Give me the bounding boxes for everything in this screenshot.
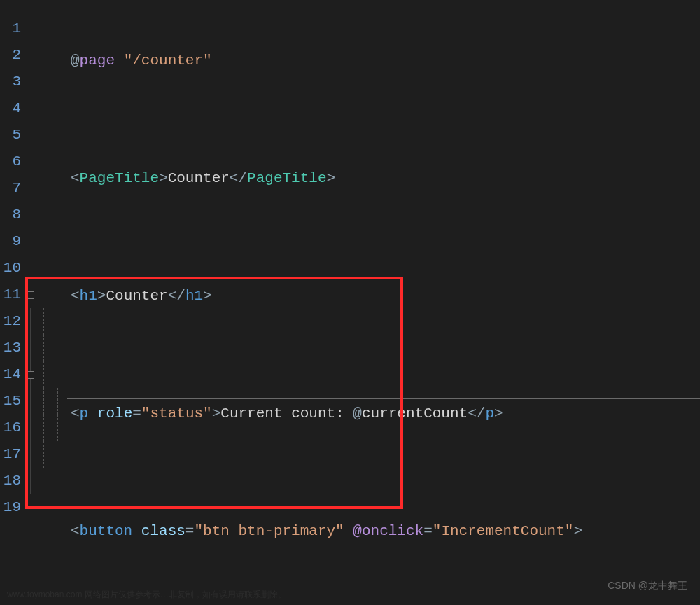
line-number: 16 [0,415,25,441]
footer-faint-text: www.toymoban.com 网络图片仅供参考示…非复制，如有误用请联系删除… [7,589,286,601]
line-number-gutter: 1 2 3 4 5 6 7 8 9 10 11 12 13 14 15 16 1… [0,0,25,605]
code-area[interactable]: @page "/counter" <PageTitle>Counter</Pag… [67,0,700,605]
line-number: 8 [0,202,25,228]
fold-toggle-icon[interactable] [27,291,34,299]
fold-toggle-icon[interactable] [27,371,34,379]
code-line[interactable]: <p role="status">Current count: @current… [67,401,700,427]
code-line[interactable] [67,342,700,368]
code-line[interactable] [67,106,700,133]
line-number: 19 [0,494,25,521]
line-number: 13 [0,335,25,361]
code-line[interactable] [67,224,700,251]
line-number: 17 [0,441,25,468]
line-number: 9 [0,228,25,255]
line-number: 15 [0,388,25,415]
code-editor[interactable]: 1 2 3 4 5 6 7 8 9 10 11 12 13 14 15 16 1… [0,0,700,605]
line-number: 18 [0,468,25,494]
code-line[interactable]: @page "/counter" [67,48,700,74]
fold-column [25,0,67,605]
code-line[interactable]: <PageTitle>Counter</PageTitle> [67,165,700,192]
line-number: 11 [0,281,25,308]
watermark-text: CSDN @龙中舞王 [608,580,687,592]
code-line[interactable]: <h1>Counter</h1> [67,283,700,310]
line-number: 1 [0,15,25,42]
line-number: 2 [0,42,25,69]
text-cursor [132,401,132,423]
line-number: 5 [0,122,25,148]
code-line[interactable]: <button class="btn btn-primary" @onclick… [67,518,700,545]
line-number: 10 [0,255,25,281]
code-line[interactable] [67,459,700,486]
line-number: 7 [0,175,25,202]
line-number: 6 [0,148,25,175]
line-number: 3 [0,69,25,95]
line-number: 4 [0,95,25,122]
line-number: 14 [0,361,25,388]
line-number: 12 [0,308,25,335]
